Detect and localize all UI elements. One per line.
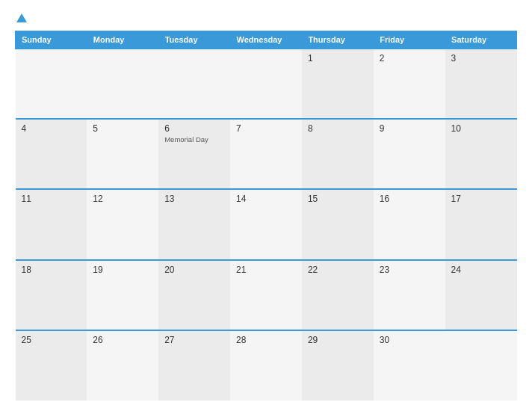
day-number: 26 xyxy=(93,335,152,345)
day-number: 4 xyxy=(22,123,81,134)
calendar-cell: 4 xyxy=(16,119,87,189)
calendar-cell: 18 xyxy=(16,260,87,330)
calendar-cell xyxy=(230,49,302,119)
logo xyxy=(15,13,27,23)
calendar-table: SundayMondayTuesdayWednesdayThursdayFrid… xyxy=(15,31,517,401)
holiday-label: Memorial Day xyxy=(164,135,224,143)
calendar-cell xyxy=(87,49,158,119)
calendar-cell: 22 xyxy=(302,260,374,330)
calendar-cell xyxy=(445,330,517,401)
calendar-cell: 2 xyxy=(374,49,445,119)
day-number: 20 xyxy=(164,265,224,275)
day-number: 16 xyxy=(380,194,439,204)
day-number: 10 xyxy=(451,123,511,134)
weekday-header-saturday: Saturday xyxy=(445,31,517,49)
day-number: 22 xyxy=(308,265,368,275)
day-number: 17 xyxy=(451,194,511,204)
calendar-cell: 26 xyxy=(87,330,158,401)
weekday-header-monday: Monday xyxy=(87,31,158,49)
week-row-3: 18192021222324 xyxy=(16,260,517,330)
day-number: 8 xyxy=(308,123,368,134)
calendar-cell: 28 xyxy=(230,330,302,401)
day-number: 6 xyxy=(164,123,224,134)
calendar-cell: 8 xyxy=(302,119,374,189)
weekday-header-row: SundayMondayTuesdayWednesdayThursdayFrid… xyxy=(16,31,517,49)
week-row-0: 123 xyxy=(16,49,517,119)
day-number: 28 xyxy=(236,335,296,345)
calendar-cell: 20 xyxy=(158,260,230,330)
calendar-cell: 19 xyxy=(87,260,158,330)
day-number: 14 xyxy=(236,194,296,204)
calendar-page: SundayMondayTuesdayWednesdayThursdayFrid… xyxy=(0,0,532,411)
calendar-cell: 11 xyxy=(16,189,87,259)
calendar-cell xyxy=(16,49,87,119)
weekday-header-wednesday: Wednesday xyxy=(230,31,302,49)
calendar-cell: 30 xyxy=(374,330,445,401)
calendar-cell: 5 xyxy=(87,119,158,189)
calendar-cell: 27 xyxy=(158,330,230,401)
calendar-cell: 23 xyxy=(374,260,445,330)
day-number: 29 xyxy=(308,335,368,345)
day-number: 11 xyxy=(22,194,81,204)
week-row-4: 252627282930 xyxy=(16,330,517,401)
calendar-cell: 21 xyxy=(230,260,302,330)
week-row-2: 11121314151617 xyxy=(16,189,517,259)
logo-triangle-icon xyxy=(16,13,27,22)
day-number: 5 xyxy=(93,123,152,134)
calendar-cell: 15 xyxy=(302,189,374,259)
calendar-cell: 1 xyxy=(302,49,374,119)
calendar-cell: 3 xyxy=(445,49,517,119)
day-number: 7 xyxy=(236,123,296,134)
day-number: 12 xyxy=(93,194,152,204)
calendar-cell: 17 xyxy=(445,189,517,259)
calendar-cell: 7 xyxy=(230,119,302,189)
day-number: 27 xyxy=(164,335,224,345)
calendar-cell: 24 xyxy=(445,260,517,330)
day-number: 3 xyxy=(451,53,511,64)
calendar-cell: 6Memorial Day xyxy=(158,119,230,189)
weekday-header-sunday: Sunday xyxy=(16,31,87,49)
calendar-header xyxy=(15,13,517,23)
calendar-cell: 16 xyxy=(374,189,445,259)
calendar-cell: 9 xyxy=(374,119,445,189)
weekday-header-friday: Friday xyxy=(374,31,445,49)
day-number: 19 xyxy=(93,265,152,275)
day-number: 13 xyxy=(164,194,224,204)
calendar-cell: 29 xyxy=(302,330,374,401)
weekday-header-thursday: Thursday xyxy=(302,31,374,49)
day-number: 9 xyxy=(380,123,439,134)
day-number: 21 xyxy=(236,265,296,275)
calendar-cell: 12 xyxy=(87,189,158,259)
weekday-header-tuesday: Tuesday xyxy=(158,31,230,49)
day-number: 1 xyxy=(308,53,368,64)
day-number: 25 xyxy=(22,335,81,345)
day-number: 18 xyxy=(22,265,81,275)
week-row-1: 456Memorial Day78910 xyxy=(16,119,517,189)
calendar-cell: 25 xyxy=(16,330,87,401)
day-number: 15 xyxy=(308,194,368,204)
calendar-cell xyxy=(158,49,230,119)
calendar-cell: 10 xyxy=(445,119,517,189)
calendar-cell: 13 xyxy=(158,189,230,259)
calendar-cell: 14 xyxy=(230,189,302,259)
day-number: 24 xyxy=(451,265,511,275)
day-number: 23 xyxy=(380,265,439,275)
day-number: 2 xyxy=(380,53,439,64)
day-number: 30 xyxy=(380,335,439,345)
